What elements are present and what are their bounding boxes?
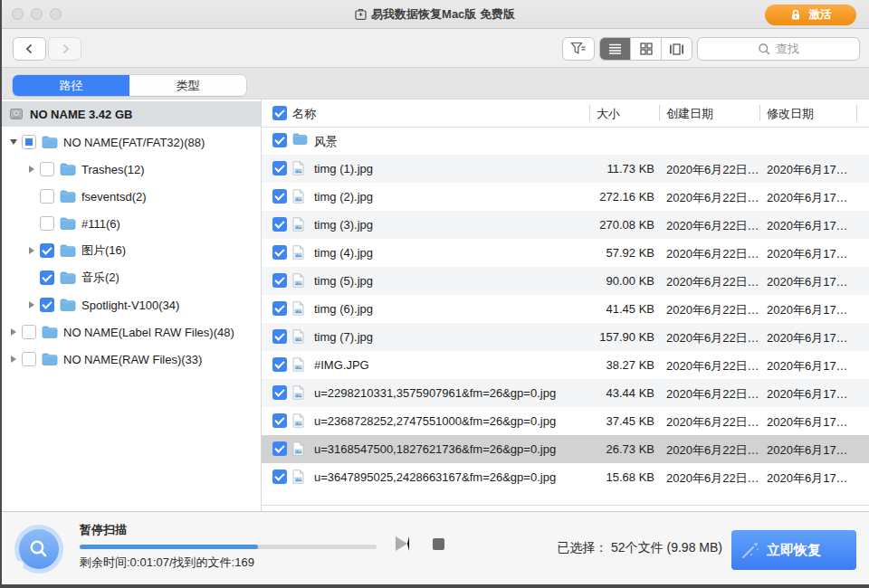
nav-buttons [13,37,81,61]
table-row[interactable]: #IMG.JPG38.27 KB2020年6月22日…2020年6月17… [262,351,869,379]
tree-item[interactable]: 音乐(2) [0,264,260,291]
recover-label: 立即恢复 [767,542,821,557]
tab-type[interactable]: 类型 [129,75,246,96]
disclosure-right-icon[interactable] [25,299,37,311]
disclosure-right-icon[interactable] [7,327,19,338]
activate-button[interactable]: 激活 [765,5,856,25]
file-modified: 2020年6月17… [767,358,848,375]
disclosure-right-icon[interactable] [7,354,19,365]
file-created: 2020年6月22日… [666,330,759,346]
file-modified: 2020年6月17… [767,330,848,346]
coverflow-view-icon [669,43,684,56]
file-modified: 2020年6月17… [767,470,848,487]
tree-item[interactable]: NO NAME(Label RAW Files)(48) [0,318,260,346]
row-checkbox[interactable] [272,245,287,260]
row-checkbox[interactable] [272,217,287,232]
disclosure-right-icon[interactable] [25,164,37,175]
table-row[interactable]: u=3168547500,1827621736&fm=26&gp=0.jpg26… [262,435,869,463]
row-checkbox[interactable] [272,413,287,428]
table-row[interactable]: timg (5).jpg90.00 KB2020年6月22日…2020年6月17… [262,267,869,295]
search-input[interactable]: 查找 [697,37,860,61]
table-row[interactable]: 风景 [262,127,869,155]
folder-icon [42,326,58,338]
table-body: 风景 timg (1).jpg11.73 KB2020年6月22日…2020年6… [262,127,869,491]
disclosure-down-icon[interactable] [7,137,19,148]
list-view-button[interactable] [600,38,631,60]
file-name: timg (5).jpg [314,274,373,288]
table-row[interactable]: timg (1).jpg11.73 KB2020年6月22日…2020年6月17… [262,155,869,183]
file-modified: 2020年6月17… [767,274,848,290]
row-checkbox[interactable] [272,329,287,344]
row-checkbox[interactable] [272,189,287,204]
tree-checkbox[interactable] [40,270,54,285]
grid-view-button[interactable] [631,38,662,60]
row-checkbox[interactable] [272,273,287,288]
row-checkbox[interactable] [272,161,287,175]
tree-item[interactable]: Spotlight-V100(34) [0,291,260,318]
file-modified: 2020年6月17… [767,414,848,431]
table-row[interactable]: timg (2).jpg272.16 KB2020年6月22日…2020年6月1… [262,183,869,211]
tree-item[interactable]: NO NAME(FAT/FAT32)(88) [0,128,260,156]
row-checkbox[interactable] [272,469,287,484]
row-checkbox[interactable] [272,301,287,316]
row-checkbox[interactable] [272,133,287,147]
coverflow-view-button[interactable] [662,38,692,60]
tree-item[interactable]: #111(6) [0,210,260,237]
file-name: timg (7).jpg [314,330,373,344]
tree-item-label: 图片(16) [81,242,126,259]
file-modified: 2020年6月17… [767,442,848,459]
select-all-checkbox[interactable] [272,106,287,120]
tree-item[interactable]: 图片(16) [0,237,260,264]
disclosure-right-icon[interactable] [25,245,37,257]
image-file-icon [292,385,304,400]
table-row[interactable]: u=2368728252,2747551000&fm=26&gp=0.jpg37… [262,407,869,435]
stop-scan-button[interactable] [433,538,444,550]
recover-now-button[interactable]: 立即恢复 [731,530,856,570]
titlebar: 易我数据恢复Mac版 免费版 激活 [0,0,869,29]
table-row[interactable]: timg (7).jpg157.90 KB2020年6月22日…2020年6月1… [262,323,869,351]
column-divider[interactable] [856,105,857,121]
column-divider[interactable] [589,105,590,121]
filter-button[interactable] [562,37,595,61]
tree-checkbox[interactable] [40,189,54,204]
toolbar: 查找 [0,29,869,68]
column-divider[interactable] [659,105,660,121]
tree-item-label: 音乐(2) [81,270,119,286]
file-created: 2020年6月22日… [666,470,759,487]
tree-indent [25,272,37,284]
tree-item[interactable]: NO NAME(RAW Files)(33) [0,346,260,373]
scan-status-label: 暂停扫描 [80,522,127,538]
column-divider[interactable] [759,105,760,121]
resume-scan-button[interactable] [396,536,409,551]
file-name: #IMG.JPG [314,358,369,372]
tree-item[interactable]: Trashes(12) [0,156,260,183]
column-modified[interactable]: 修改日期 [767,106,814,122]
row-checkbox[interactable] [272,441,287,456]
file-table: 名称 大小 创建日期 修改日期 风景 timg (1).jpg11.73 KB2… [262,100,869,511]
column-created[interactable]: 创建日期 [666,106,713,122]
view-mode-segmented [599,37,692,61]
table-row[interactable]: u=2298210331,3575907961&fm=26&gp=0.jpg43… [262,379,869,407]
table-row[interactable]: timg (6).jpg41.45 KB2020年6月22日…2020年6月17… [262,295,869,323]
forward-button[interactable] [48,37,81,61]
column-size[interactable]: 大小 [597,106,620,122]
column-name[interactable]: 名称 [292,106,316,122]
tree-item[interactable]: fseventsd(2) [0,183,260,210]
table-row[interactable]: timg (3).jpg270.08 KB2020年6月22日…2020年6月1… [262,211,869,239]
row-checkbox[interactable] [272,385,287,400]
tree-checkbox[interactable] [40,298,54,312]
activate-label: 激活 [809,7,832,23]
tab-path[interactable]: 路径 [13,75,129,96]
table-row[interactable]: u=3647895025,2428663167&fm=26&gp=0.jpg15… [262,463,869,491]
window-edge [0,584,869,588]
folder-icon [60,271,76,284]
row-checkbox[interactable] [272,357,287,372]
tree-checkbox[interactable] [22,325,36,339]
tree-checkbox[interactable] [40,243,54,258]
table-row[interactable]: timg (4).jpg57.92 KB2020年6月22日…2020年6月17… [262,239,869,267]
tree-checkbox[interactable] [40,216,54,231]
tree-checkbox[interactable] [22,352,36,366]
tree-checkbox[interactable] [40,162,54,176]
tree-checkbox[interactable] [22,135,36,149]
back-button[interactable] [13,37,46,61]
